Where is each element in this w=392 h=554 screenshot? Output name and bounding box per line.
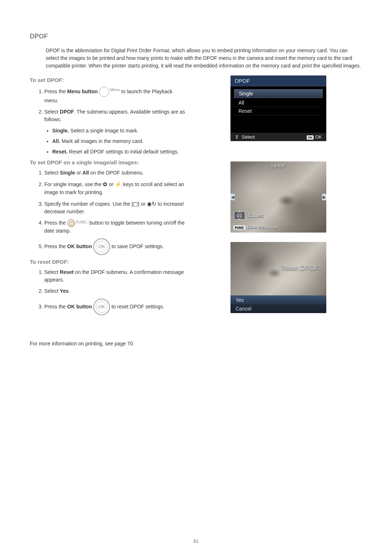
reset-step-3: Press the OK button OK to reset DPOF set…: [44, 299, 187, 315]
date-stamp-status: FUNCDate stamp on: [233, 224, 278, 230]
macro-flower-icon: ✿: [103, 181, 107, 187]
menu-item-all: All: [234, 99, 323, 107]
set-step-2: Select DPOF. The submenu appears. Availa…: [44, 108, 187, 156]
menu-item-reset: Reset: [234, 107, 323, 115]
set-single-all-title: To set DPOF on a single image/all images…: [30, 159, 187, 165]
bullet-all: All. Mark all images in the memory card.: [52, 138, 187, 145]
bullet-reset: Reset. Reset all DPOF settings to initia…: [52, 148, 187, 156]
single-step-3: Specify the number of copies. Use the |▢…: [44, 200, 187, 216]
copies-number: 01: [234, 212, 245, 219]
ok-badge-icon: OK: [307, 135, 314, 140]
dpof-copies-screen: DPOF ◀ ▶ 01 Copies FUNCDate stamp on: [230, 161, 326, 233]
intro-paragraph: DPOF is the abbreviation for Digital Pri…: [46, 47, 362, 70]
set-step-1: Press the Menu button Menu to launch the…: [44, 87, 187, 104]
reset-dpof-title: To reset DPOF:: [30, 259, 187, 265]
reset-dpof-screen: Reset DPOF? Yes Cancel: [230, 242, 326, 313]
dpof-menu-screen: DPOF Single All Reset ⇕Select OKOK: [230, 75, 326, 141]
func-label: FUNC.: [76, 220, 88, 224]
display-key-icon: |▢|: [131, 201, 139, 207]
page-number: 61: [0, 539, 392, 544]
single-step-1: Select Single or All on the DPOF submenu…: [44, 169, 187, 177]
prev-arrow-icon: ◀: [230, 194, 235, 200]
reset-option-cancel: Cancel: [230, 304, 326, 313]
single-step-5: Press the OK button OK to save DPOF sett…: [44, 238, 187, 255]
flash-bolt-icon: ⚡: [115, 181, 122, 187]
updown-icon: ⇕: [235, 134, 239, 140]
copies-label: Copies: [248, 213, 264, 218]
menu-button-icon: [99, 87, 109, 97]
menu-item-single: Single: [234, 89, 323, 98]
single-step-2: For single image, use the ✿ or ⚡ keys to…: [44, 180, 187, 196]
screen2-title: DPOF: [230, 163, 326, 169]
single-step-4: Press the FUNC. button to toggle between…: [44, 219, 187, 235]
bullet-single: Single. Select a single image to mark.: [52, 127, 187, 135]
next-arrow-icon: ▶: [322, 194, 326, 200]
func-badge-icon: FUNC: [233, 225, 245, 230]
to-set-dpof-title: To set DPOF:: [30, 77, 187, 83]
reset-dpof-prompt: Reset DPOF?: [281, 264, 322, 272]
reset-step-2: Select Yes.: [44, 287, 187, 295]
timer-key-icon: ◉↻: [147, 201, 156, 207]
section-title: DPOF: [30, 33, 362, 40]
footer-note: For more information on printing, see pa…: [30, 341, 362, 346]
ok-button-icon: OK: [93, 238, 110, 255]
reset-option-yes: Yes: [230, 295, 326, 304]
reset-step-1: Select Reset on the DPOF submenu. A conf…: [44, 268, 187, 284]
ok-button-icon: OK: [93, 299, 110, 315]
menu-label: Menu: [110, 87, 120, 92]
func-button-icon: [67, 219, 75, 227]
screen-title: DPOF: [230, 75, 326, 86]
